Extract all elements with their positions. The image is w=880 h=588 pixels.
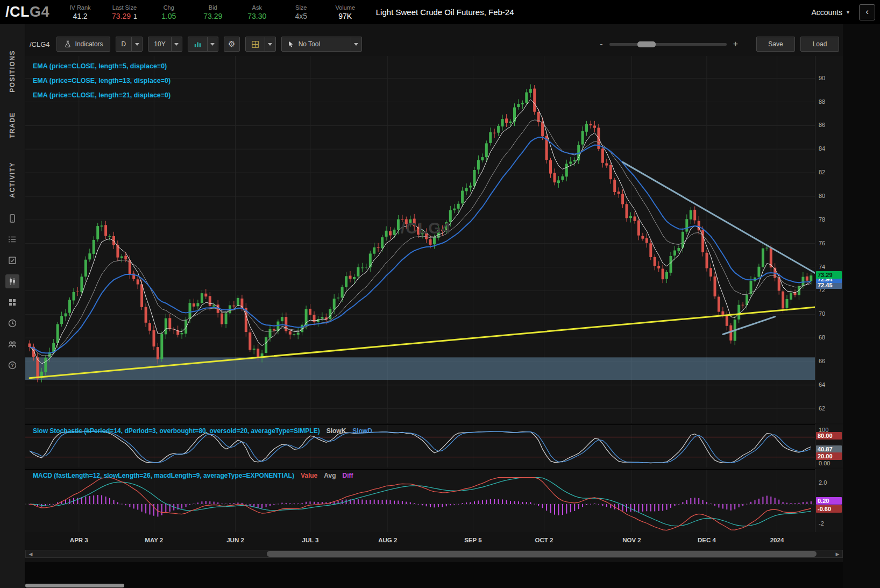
stochastic-pane[interactable]: Slow Stochastic (kPeriod=14, dPeriod=3, …: [25, 424, 815, 467]
chart-icon[interactable]: [5, 274, 19, 288]
share-users-icon[interactable]: [5, 337, 19, 351]
scrollbar-track[interactable]: [36, 550, 833, 557]
app-hscrollbar-thumb[interactable]: [25, 584, 124, 587]
price-tick: 90: [819, 75, 825, 81]
macd-tick: 2.0: [819, 479, 827, 486]
stat-bid: Bid 73.29: [201, 4, 225, 21]
stat-last-size: Last Size 73.29 1: [112, 4, 137, 21]
time-axis[interactable]: APR 3MAY 2JUN 2JUL 3AUG 2SEP 5OCT 2NOV 2…: [25, 536, 815, 547]
order-ticket-icon[interactable]: [5, 253, 19, 267]
stochastic-legend: Slow Stochastic (kPeriod=14, dPeriod=3, …: [33, 427, 372, 435]
ema21-study-label: EMA (price=CLOSE, length=21, displace=0): [33, 88, 171, 103]
scrollbar-thumb[interactable]: [267, 551, 817, 557]
price-tick: 84: [819, 145, 825, 152]
zoom-slider-thumb[interactable]: [637, 41, 656, 47]
symbol-root: /CL: [5, 4, 30, 20]
slowk-legend: SlowK: [327, 427, 346, 435]
stoch-badge: 80.00: [816, 432, 842, 440]
timeframe-dropdown[interactable]: D: [116, 37, 143, 52]
svg-text:?: ?: [11, 363, 14, 369]
zoom-in-button[interactable]: +: [733, 39, 738, 49]
scroll-left-icon[interactable]: ◀: [26, 551, 36, 557]
chevron-down-icon: [171, 37, 182, 51]
save-button[interactable]: Save: [756, 37, 795, 52]
watchlist-icon[interactable]: [5, 232, 19, 246]
chart-toolbar: /CLG4 Indicators D 10Y ⚙: [30, 36, 839, 52]
macd-study-label: MACD (fastLength=12, slowLength=26, macd…: [33, 472, 294, 479]
chart-scrollbar[interactable]: ◀ ▶: [25, 550, 843, 558]
right-gutter: [843, 24, 880, 588]
macd-pane[interactable]: MACD (fastLength=12, slowLength=26, macd…: [25, 469, 815, 532]
chevron-left-icon: ‹: [865, 6, 869, 17]
price-tick: 82: [819, 169, 825, 175]
time-axis-label: JUL 3: [294, 537, 327, 543]
stat-chg: Chg 1.05: [157, 4, 181, 21]
zoom-out-button[interactable]: -: [600, 39, 602, 49]
mobile-device-icon[interactable]: [5, 211, 19, 225]
price-tick: 86: [819, 122, 825, 128]
collapse-panel-button[interactable]: ‹: [859, 4, 875, 20]
chevron-down-icon: [131, 37, 142, 51]
price-tick: 64: [819, 381, 825, 388]
history-clock-icon[interactable]: [5, 316, 19, 330]
macd-badge: 0.20: [816, 497, 842, 505]
load-button[interactable]: Load: [800, 37, 839, 52]
left-sidebar: POSITIONS TRADE ACTIVITY: [0, 24, 25, 588]
time-axis-label: 2024: [761, 537, 793, 543]
chart-panel: /CLG4 Indicators D 10Y ⚙: [25, 24, 843, 562]
layout-grid-dropdown[interactable]: [245, 37, 276, 52]
sidebar-tab-activity[interactable]: ACTIVITY: [9, 162, 16, 198]
sidebar-tab-positions[interactable]: POSITIONS: [9, 50, 16, 93]
chart-type-dropdown[interactable]: [188, 37, 218, 52]
chart-watermark: /CLG4: [401, 219, 451, 237]
price-tick: 88: [819, 98, 825, 105]
chevron-down-icon: ▼: [846, 10, 850, 15]
time-axis-label: NOV 2: [615, 537, 648, 543]
macd-diff-legend: Diff: [342, 472, 353, 479]
trading-platform-window: /CLG4 IV Rank 41.2 Last Size 73.29 1 Chg…: [0, 0, 880, 588]
stoch-tick: 0.00: [819, 460, 830, 466]
zoom-slider[interactable]: [609, 43, 727, 46]
macd-badge: -0.60: [816, 505, 842, 513]
price-chart-pane[interactable]: /CLG4 EMA (price=CLOSE, length=5, displa…: [25, 56, 815, 423]
range-dropdown[interactable]: 10Y: [148, 37, 182, 52]
contract-description: Light Sweet Crude Oil Futures, Feb-24: [376, 8, 514, 17]
time-axis-label: AUG 2: [372, 537, 404, 543]
quote-header: /CLG4 IV Rank 41.2 Last Size 73.29 1 Chg…: [0, 0, 880, 24]
price-tick: 62: [819, 405, 825, 412]
flask-icon: [63, 40, 72, 48]
macd-axis[interactable]: 2.0-20.20-0.60: [815, 469, 843, 532]
price-chart-canvas[interactable]: [25, 56, 815, 423]
price-tick: 70: [819, 310, 825, 317]
time-axis-label: SEP 5: [457, 537, 489, 543]
stat-ask: Ask 73.30: [245, 4, 269, 21]
help-icon[interactable]: ?: [5, 358, 19, 372]
accounts-menu[interactable]: Accounts ▼: [811, 8, 850, 17]
time-axis-label: APR 3: [63, 537, 95, 543]
sidebar-tab-trade[interactable]: TRADE: [9, 112, 16, 138]
stoch-badge: 40.87: [816, 445, 842, 453]
time-axis-label: OCT 2: [528, 537, 560, 543]
settings-gear-icon[interactable]: ⚙: [224, 37, 240, 52]
indicators-button[interactable]: Indicators: [56, 37, 110, 52]
chevron-down-icon: [265, 37, 275, 51]
stochastic-study-label: Slow Stochastic (kPeriod=14, dPeriod=3, …: [33, 427, 320, 435]
time-axis-label: MAY 2: [138, 537, 170, 543]
zoom-control: - +: [600, 39, 738, 49]
drawing-tool-dropdown[interactable]: No Tool: [281, 37, 362, 52]
ema13-study-label: EMA (price=CLOSE, length=13, displace=0): [33, 74, 171, 88]
bar-chart-icon: [188, 40, 207, 48]
chart-symbol-label: /CLG4: [30, 40, 50, 48]
stochastic-axis[interactable]: 1000.0080.0040.8720.00: [815, 424, 843, 467]
price-tick: 68: [819, 334, 825, 341]
grid-layout-icon: [246, 40, 265, 48]
stat-iv-rank: IV Rank 41.2: [68, 4, 93, 21]
stat-size: Size 4x5: [289, 4, 314, 21]
sidebar-icon-rail: ?: [5, 211, 19, 372]
price-tick: 66: [819, 358, 825, 364]
slowd-legend: SlowD: [352, 427, 372, 435]
scroll-right-icon[interactable]: ▶: [833, 551, 842, 557]
dashboard-grid-icon[interactable]: [5, 295, 19, 309]
price-axis[interactable]: 90888684828078767472706866646272.4572.94…: [815, 56, 843, 423]
cursor-icon: [287, 40, 295, 48]
